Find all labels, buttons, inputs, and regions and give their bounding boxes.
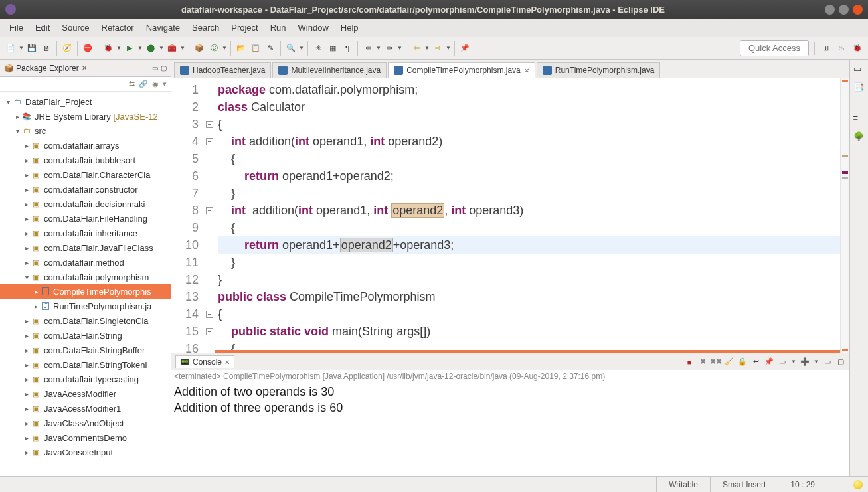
folding-column[interactable] <box>203 78 215 353</box>
clear-console-button[interactable]: 🧹 <box>725 357 734 367</box>
tree-item[interactable]: ▸▣com.dataflair.typecasting <box>0 372 171 386</box>
prev-annotation-dropdown[interactable]: ▼ <box>376 45 381 51</box>
run-dropdown[interactable]: ▼ <box>137 45 143 51</box>
menu-file[interactable]: File <box>4 20 29 35</box>
tree-item[interactable]: ▸▣com.dataflair.method <box>0 255 171 270</box>
menu-help[interactable]: Help <box>335 20 364 35</box>
display-selected-dropdown[interactable]: ▼ <box>791 359 796 365</box>
toggle-mark-button[interactable]: ✳ <box>311 42 325 55</box>
code-editor[interactable]: 12345678910111213141516 package com.data… <box>171 78 849 353</box>
menu-navigate[interactable]: Navigate <box>141 20 185 35</box>
editor-tab[interactable]: HadoopTeacher.java <box>174 62 271 78</box>
collapse-all-icon[interactable]: ⇆ <box>129 80 135 88</box>
tree-item[interactable]: ▸🄹CompileTimePolymorphis <box>0 284 171 299</box>
menu-edit[interactable]: Edit <box>30 20 55 35</box>
menu-source[interactable]: Source <box>56 20 94 35</box>
console-output[interactable]: Addition of two operands is 30Addition o… <box>171 382 849 476</box>
link-editor-icon[interactable]: 🔗 <box>139 80 148 88</box>
display-selected-button[interactable]: ▭ <box>778 357 787 367</box>
back-button[interactable]: ⇦ <box>410 42 423 55</box>
tree-item[interactable]: ▾🗀DataFlair_Project <box>0 94 171 109</box>
tree-item[interactable]: ▸🄹RunTimePolymorphism.ja <box>0 299 171 313</box>
console-tab[interactable]: 📟 Console ✕ <box>175 355 234 368</box>
tree-item[interactable]: ▸▣JavaConsoleInput <box>0 445 171 459</box>
tip-of-day-icon[interactable] <box>853 480 863 489</box>
tree-item[interactable]: ▸▣com.dataflair.decisionmaki <box>0 197 171 211</box>
tree-item[interactable]: ▸▣JavaAcessModifier <box>0 386 171 401</box>
quick-access-input[interactable]: Quick Access <box>740 40 809 56</box>
next-annotation-dropdown[interactable]: ▼ <box>397 45 402 51</box>
new-dropdown[interactable]: ▼ <box>19 45 24 51</box>
type-hierarchy-icon[interactable]: 🌳 <box>853 131 865 143</box>
search-dropdown[interactable]: ▼ <box>299 45 304 51</box>
tree-item[interactable]: ▸▣com.dataflair.arrays <box>0 138 171 153</box>
tree-item[interactable]: ▸▣com.dataflair.constructor <box>0 182 171 197</box>
window-maximize-button[interactable] <box>839 5 849 15</box>
editor-tab[interactable]: MultilevelInheritance.java <box>272 62 387 78</box>
coverage-button[interactable]: ⬤ <box>144 42 157 55</box>
tree-item[interactable]: ▸▣com.DataFlair.SingletonCla <box>0 313 171 328</box>
toggle-breadcrumb-button[interactable]: 🧭 <box>60 42 74 55</box>
open-console-dropdown[interactable]: ▼ <box>814 359 819 365</box>
tab-close-icon[interactable]: ✕ <box>524 67 529 74</box>
tree-item[interactable]: ▾▣com.dataflair.polymorphism <box>0 270 171 284</box>
external-tools-dropdown[interactable]: ▼ <box>180 45 185 51</box>
outline-view-icon[interactable]: 📑 <box>853 82 865 94</box>
tree-item[interactable]: ▸▣com.dataflair.inheritance <box>0 226 171 240</box>
open-type-button[interactable]: 📂 <box>234 42 248 55</box>
debug-dropdown[interactable]: ▼ <box>116 45 122 51</box>
tree-item[interactable]: ▸▣com.DataFlair.StringBuffer <box>0 343 171 357</box>
tree-item[interactable]: ▸▣JavaClassAndObject <box>0 416 171 430</box>
new-package-button[interactable]: 📦 <box>193 42 206 55</box>
external-tools-button[interactable]: 🧰 <box>165 42 179 55</box>
show-whitespace-button[interactable]: ¶ <box>341 42 354 55</box>
remove-launch-button[interactable]: ✖ <box>698 357 707 367</box>
new-class-button[interactable]: Ⓒ <box>207 42 220 55</box>
menu-window[interactable]: Window <box>293 20 334 35</box>
pin-button[interactable]: 📌 <box>458 42 472 55</box>
menu-refactor[interactable]: Refactor <box>96 20 139 35</box>
menu-run[interactable]: Run <box>265 20 292 35</box>
tree-item[interactable]: ▾🗀src <box>0 123 171 138</box>
skip-breakpoints-button[interactable]: ⛔ <box>81 42 94 55</box>
tree-item[interactable]: ▸▣com.dataflair.bubblesort <box>0 153 171 167</box>
console-close-icon[interactable]: ✕ <box>224 359 230 366</box>
new-task-button[interactable]: ✎ <box>264 42 277 55</box>
restore-icon[interactable]: ▭ <box>853 64 865 76</box>
package-tree[interactable]: ▾🗀DataFlair_Project▸📚JRE System Library … <box>0 92 171 476</box>
toggle-block-button[interactable]: ▦ <box>326 42 339 55</box>
run-button[interactable]: ▶ <box>123 42 136 55</box>
editor-tab[interactable]: RunTimePolymorphism.java <box>537 62 661 78</box>
view-menu-icon[interactable]: ▾ <box>163 80 167 88</box>
open-task-button[interactable]: 📋 <box>249 42 262 55</box>
tree-item[interactable]: ▸▣com.DataFlair.JavaFileClass <box>0 240 171 255</box>
console-minimize-icon[interactable]: ▭ <box>823 357 832 367</box>
remove-all-button[interactable]: ✖✖ <box>711 357 721 367</box>
word-wrap-button[interactable]: ↩ <box>751 357 760 367</box>
tree-item[interactable]: ▸▣com.DataFlair.FileHandling <box>0 211 171 226</box>
view-minimize-icon[interactable]: ▭ <box>152 64 158 72</box>
window-close-button[interactable] <box>853 5 863 15</box>
next-annotation-button[interactable]: ⇛ <box>383 42 396 55</box>
task-list-view-icon[interactable]: ≡ <box>853 113 865 125</box>
open-console-button[interactable]: ➕ <box>800 357 810 367</box>
view-maximize-icon[interactable]: ▢ <box>161 64 167 72</box>
editor-tab[interactable]: CompileTimePolymorphism.java✕ <box>388 62 535 78</box>
menu-search[interactable]: Search <box>187 20 224 35</box>
debug-perspective-button[interactable]: 🐞 <box>851 42 864 55</box>
terminate-button[interactable]: ■ <box>685 357 694 367</box>
tree-item[interactable]: ▸▣JavaCommentsDemo <box>0 430 171 445</box>
window-minimize-button[interactable] <box>825 5 835 15</box>
new-button[interactable]: 📄 <box>4 42 17 55</box>
coverage-dropdown[interactable]: ▼ <box>159 45 164 51</box>
debug-button[interactable]: 🐞 <box>102 42 115 55</box>
back-dropdown[interactable]: ▼ <box>424 45 430 51</box>
tree-item[interactable]: ▸▣com.DataFlair.String <box>0 328 171 343</box>
pin-console-button[interactable]: 📌 <box>764 357 774 367</box>
tree-item[interactable]: ▸📚JRE System Library [JavaSE-12 <box>0 109 171 123</box>
package-explorer-close-icon[interactable]: ✕ <box>82 64 87 72</box>
save-all-button[interactable]: 🗎 <box>40 42 53 55</box>
forward-button[interactable]: ⇨ <box>431 42 444 55</box>
scroll-lock-button[interactable]: 🔒 <box>738 357 747 367</box>
prev-annotation-button[interactable]: ⇚ <box>361 42 375 55</box>
